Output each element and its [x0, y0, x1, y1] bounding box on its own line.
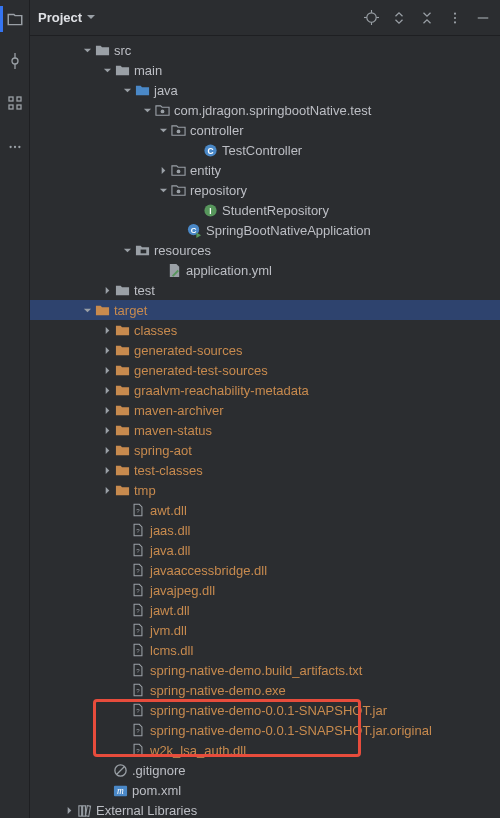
tree-row[interactable]: classes [30, 320, 500, 340]
tree-row[interactable]: ?spring-native-demo-0.0.1-SNAPSHOT.jar [30, 700, 500, 720]
svg-rect-49 [85, 805, 90, 816]
chevron-down-icon[interactable] [156, 123, 170, 137]
tree-row[interactable]: ?w2k_lsa_auth.dll [30, 740, 500, 760]
folder-icon [114, 282, 130, 298]
tree-row[interactable]: ?jaas.dll [30, 520, 500, 540]
svg-rect-5 [9, 105, 13, 109]
tree-item-label: resources [154, 243, 211, 258]
tree-row[interactable]: tmp [30, 480, 500, 500]
svg-point-17 [454, 21, 456, 23]
svg-text:?: ? [136, 607, 140, 614]
folder-excl-icon [114, 382, 130, 398]
tree-item-label: generated-sources [134, 343, 242, 358]
tree-row[interactable]: CTestController [30, 140, 500, 160]
file-icon: ? [130, 582, 146, 598]
svg-rect-4 [17, 97, 21, 101]
tree-row[interactable]: ?spring-native-demo.exe [30, 680, 500, 700]
tree-row[interactable]: com.jdragon.springbootNative.test [30, 100, 500, 120]
tree-row[interactable]: java [30, 80, 500, 100]
chevron-right-icon[interactable] [62, 803, 76, 817]
tree-row[interactable]: src [30, 40, 500, 60]
tree-row[interactable]: External Libraries [30, 800, 500, 818]
tree-row[interactable]: ?spring-native-demo.build_artifacts.txt [30, 660, 500, 680]
tree-row[interactable]: ?awt.dll [30, 500, 500, 520]
tree-row[interactable]: main [30, 60, 500, 80]
tree-row[interactable]: ?jvm.dll [30, 620, 500, 640]
chevron-down-icon[interactable] [100, 63, 114, 77]
tree-row[interactable]: generated-test-sources [30, 360, 500, 380]
tree-row[interactable]: maven-archiver [30, 400, 500, 420]
project-tool-icon[interactable] [4, 8, 26, 30]
tree-row[interactable]: resources [30, 240, 500, 260]
tree-row[interactable]: ?lcms.dll [30, 640, 500, 660]
commit-tool-icon[interactable] [4, 50, 26, 72]
tree-item-label: spring-native-demo-0.0.1-SNAPSHOT.jar.or… [150, 723, 432, 738]
tree-row[interactable]: application.yml [30, 260, 500, 280]
tree-row[interactable]: maven-status [30, 420, 500, 440]
project-tree[interactable]: srcmainjavacom.jdragon.springbootNative.… [30, 36, 500, 818]
options-icon[interactable] [446, 9, 464, 27]
panel-title[interactable]: Project [38, 10, 96, 25]
tree-item-label: spring-native-demo.exe [150, 683, 286, 698]
svg-text:?: ? [136, 507, 140, 514]
chevron-down-icon[interactable] [120, 83, 134, 97]
tree-row[interactable]: entity [30, 160, 500, 180]
file-icon: ? [130, 642, 146, 658]
chevron-right-icon[interactable] [100, 463, 114, 477]
svg-text:?: ? [136, 587, 140, 594]
svg-point-24 [176, 189, 180, 193]
tree-row[interactable]: ?spring-native-demo-0.0.1-SNAPSHOT.jar.o… [30, 720, 500, 740]
chevron-right-icon[interactable] [100, 283, 114, 297]
tree-row[interactable]: ?jawt.dll [30, 600, 500, 620]
panel-header: Project [30, 0, 500, 36]
chevron-right-icon[interactable] [100, 363, 114, 377]
chevron-right-icon[interactable] [100, 403, 114, 417]
locate-icon[interactable] [362, 9, 380, 27]
folder-excl-icon [114, 322, 130, 338]
tree-row[interactable]: ?java.dll [30, 540, 500, 560]
tree-row[interactable]: .gitignore [30, 760, 500, 780]
tree-row[interactable]: ?javajpeg.dll [30, 580, 500, 600]
chevron-right-icon[interactable] [100, 443, 114, 457]
chevron-down-icon[interactable] [80, 43, 94, 57]
folder-excl-icon [114, 462, 130, 478]
chevron-right-icon[interactable] [100, 323, 114, 337]
tree-row[interactable]: graalvm-reachability-metadata [30, 380, 500, 400]
svg-rect-29 [140, 249, 146, 253]
chevron-right-icon[interactable] [156, 163, 170, 177]
hide-icon[interactable] [474, 9, 492, 27]
tree-row[interactable]: test-classes [30, 460, 500, 480]
svg-point-20 [176, 129, 180, 133]
chevron-right-icon[interactable] [100, 483, 114, 497]
tree-row[interactable]: generated-sources [30, 340, 500, 360]
tree-row[interactable]: mpom.xml [30, 780, 500, 800]
tree-item-label: jvm.dll [150, 623, 187, 638]
chevron-down-icon[interactable] [120, 243, 134, 257]
chevron-down-icon[interactable] [140, 103, 154, 117]
tree-item-label: maven-status [134, 423, 212, 438]
tree-row[interactable]: controller [30, 120, 500, 140]
chevron-down-icon[interactable] [80, 303, 94, 317]
tree-row[interactable]: target [30, 300, 500, 320]
tree-row[interactable]: IStudentRepository [30, 200, 500, 220]
tree-item-label: awt.dll [150, 503, 187, 518]
more-tool-icon[interactable] [4, 136, 26, 158]
svg-point-7 [9, 146, 11, 148]
chevron-down-icon[interactable] [156, 183, 170, 197]
chevron-right-icon[interactable] [100, 383, 114, 397]
tree-item-label: main [134, 63, 162, 78]
structure-tool-icon[interactable] [4, 92, 26, 114]
tree-row[interactable]: spring-aot [30, 440, 500, 460]
chevron-right-icon[interactable] [100, 423, 114, 437]
tree-item-label: spring-native-demo.build_artifacts.txt [150, 663, 362, 678]
collapse-all-icon[interactable] [418, 9, 436, 27]
tree-row[interactable]: repository [30, 180, 500, 200]
chevron-right-icon[interactable] [100, 343, 114, 357]
tree-row[interactable]: CSpringBootNativeApplication [30, 220, 500, 240]
folder-src-icon [134, 82, 150, 98]
svg-text:?: ? [136, 627, 140, 634]
expand-all-icon[interactable] [390, 9, 408, 27]
svg-text:?: ? [136, 747, 140, 754]
tree-row[interactable]: test [30, 280, 500, 300]
tree-row[interactable]: ?javaaccessbridge.dll [30, 560, 500, 580]
